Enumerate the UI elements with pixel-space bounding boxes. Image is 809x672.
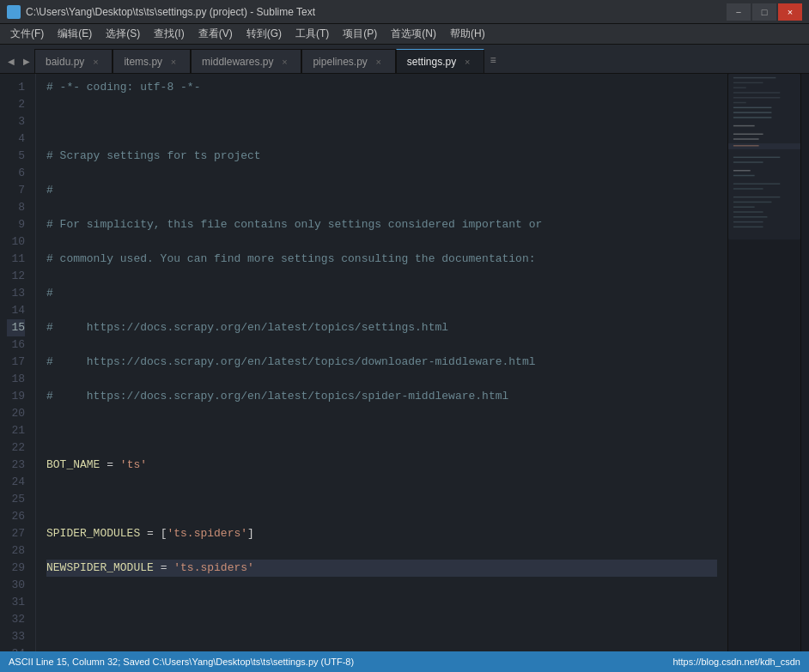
minimize-button[interactable]: − bbox=[727, 3, 751, 21]
tab-baidu[interactable]: baidu.py × bbox=[34, 49, 113, 73]
tab-next-button[interactable]: ▶ bbox=[19, 49, 34, 73]
tab-items-close[interactable]: × bbox=[167, 56, 179, 68]
menu-select[interactable]: 选择(S) bbox=[99, 25, 147, 43]
tab-baidu-label: baidu.py bbox=[46, 56, 84, 68]
tab-overflow-button[interactable]: ≡ bbox=[484, 49, 502, 73]
scrollbar[interactable] bbox=[800, 74, 809, 651]
code-area[interactable]: # -*- coding: utf-8 -*- # Scrapy setting… bbox=[36, 74, 727, 651]
menu-help[interactable]: 帮助(H) bbox=[443, 25, 492, 43]
status-right: https://blog.csdn.net/kdh_csdn bbox=[672, 657, 800, 667]
minimap-svg bbox=[728, 74, 800, 651]
tab-pipelines-close[interactable]: × bbox=[373, 56, 385, 68]
menu-prefs[interactable]: 首选项(N) bbox=[384, 25, 443, 43]
tab-prev-button[interactable]: ◀ bbox=[3, 49, 19, 73]
menu-edit[interactable]: 编辑(E) bbox=[51, 25, 99, 43]
main-area: 1 2 3 4 5 6 7 8 9 10 11 12 13 14 15 16 1… bbox=[0, 74, 809, 651]
code-container: 1 2 3 4 5 6 7 8 9 10 11 12 13 14 15 16 1… bbox=[0, 74, 727, 651]
tab-pipelines[interactable]: pipelines.py × bbox=[301, 49, 395, 73]
menu-file[interactable]: 文件(F) bbox=[3, 25, 51, 43]
tab-bar: ◀ ▶ baidu.py × items.py × middlewares.py… bbox=[0, 45, 809, 74]
tab-middlewares-label: middlewares.py bbox=[202, 56, 273, 68]
menu-project[interactable]: 项目(P) bbox=[336, 25, 384, 43]
menu-tools[interactable]: 工具(T) bbox=[289, 25, 336, 43]
tab-baidu-close[interactable]: × bbox=[89, 56, 101, 68]
tab-items[interactable]: items.py × bbox=[113, 49, 191, 73]
svg-rect-28 bbox=[728, 74, 800, 239]
tab-settings[interactable]: settings.py × bbox=[396, 49, 484, 73]
tab-settings-close[interactable]: × bbox=[461, 56, 473, 68]
app-icon bbox=[7, 5, 21, 19]
editor[interactable]: 1 2 3 4 5 6 7 8 9 10 11 12 13 14 15 16 1… bbox=[0, 74, 727, 651]
window-controls[interactable]: − □ × bbox=[727, 3, 802, 21]
menu-find[interactable]: 查找(I) bbox=[147, 25, 191, 43]
window-title: C:\Users\Yang\Desktop\ts\ts\settings.py … bbox=[26, 6, 727, 18]
title-bar: C:\Users\Yang\Desktop\ts\ts\settings.py … bbox=[0, 0, 809, 24]
line-numbers: 1 2 3 4 5 6 7 8 9 10 11 12 13 14 15 16 1… bbox=[0, 74, 36, 651]
status-bar: ASCII Line 15, Column 32; Saved C:\Users… bbox=[0, 651, 809, 672]
status-left: ASCII Line 15, Column 32; Saved C:\Users… bbox=[9, 657, 354, 667]
maximize-button[interactable]: □ bbox=[752, 3, 776, 21]
tab-settings-label: settings.py bbox=[407, 56, 456, 68]
menu-bar: 文件(F) 编辑(E) 选择(S) 查找(I) 查看(V) 转到(G) 工具(T… bbox=[0, 24, 809, 45]
tab-middlewares-close[interactable]: × bbox=[278, 56, 290, 68]
tab-items-label: items.py bbox=[124, 56, 162, 68]
close-button[interactable]: × bbox=[778, 3, 802, 21]
menu-view[interactable]: 查看(V) bbox=[192, 25, 240, 43]
minimap bbox=[727, 74, 800, 651]
menu-goto[interactable]: 转到(G) bbox=[240, 25, 289, 43]
tab-middlewares[interactable]: middlewares.py × bbox=[191, 49, 301, 73]
tab-pipelines-label: pipelines.py bbox=[313, 56, 367, 68]
